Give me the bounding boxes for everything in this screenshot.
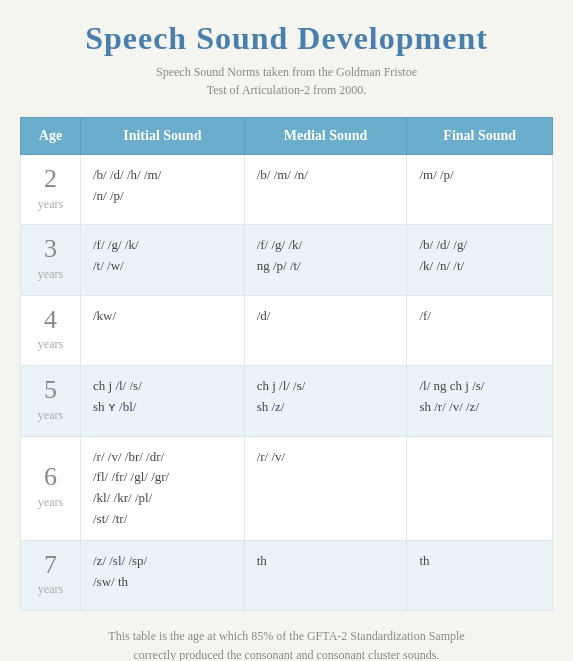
page-title: Speech Sound Development (20, 20, 553, 57)
age-number: 7 (33, 551, 68, 580)
table-row: 4years/kw//d//f/ (21, 295, 553, 365)
age-number: 4 (33, 306, 68, 335)
medial-sound-cell: th (244, 540, 407, 610)
final-sound-cell (407, 436, 553, 540)
final-sound-cell: /m/ /p/ (407, 155, 553, 225)
final-sound-cell: th (407, 540, 553, 610)
age-years-label: years (38, 197, 63, 211)
table-row: 2years/b/ /d/ /h/ /m/ /n/ /p//b/ /m/ /n/… (21, 155, 553, 225)
table-row: 5yearsch j /l/ /s/ sh ʏ /bl/ch j /l/ /s/… (21, 366, 553, 436)
subtitle-line2: Test of Articulation-2 from 2000. (207, 83, 366, 97)
col-header-final: Final Sound (407, 118, 553, 155)
table-row: 7years/z/ /sl/ /sp/ /sw/ ththth (21, 540, 553, 610)
age-number: 2 (33, 165, 68, 194)
medial-sound-cell: /d/ (244, 295, 407, 365)
final-sound-cell: /b/ /d/ /g/ /k/ /n/ /t/ (407, 225, 553, 295)
age-cell: 3years (21, 225, 81, 295)
age-years-label: years (38, 495, 63, 509)
initial-sound-cell: /b/ /d/ /h/ /m/ /n/ /p/ (81, 155, 245, 225)
age-years-label: years (38, 582, 63, 596)
age-cell: 5years (21, 366, 81, 436)
medial-sound-cell: /b/ /m/ /n/ (244, 155, 407, 225)
footer-line2: correctly produced the consonant and con… (134, 648, 440, 661)
age-years-label: years (38, 408, 63, 422)
age-years-label: years (38, 267, 63, 281)
footer-line1: This table is the age at which 85% of th… (108, 629, 464, 643)
col-header-age: Age (21, 118, 81, 155)
subtitle-line1: Speech Sound Norms taken from the Goldma… (156, 65, 417, 79)
subtitle: Speech Sound Norms taken from the Goldma… (20, 63, 553, 99)
age-number: 3 (33, 235, 68, 264)
medial-sound-cell: /f/ /g/ /k/ ng /p/ /t/ (244, 225, 407, 295)
footer-note: This table is the age at which 85% of th… (20, 627, 553, 661)
col-header-medial: Medial Sound (244, 118, 407, 155)
initial-sound-cell: /f/ /g/ /k/ /t/ /w/ (81, 225, 245, 295)
age-years-label: years (38, 337, 63, 351)
initial-sound-cell: /z/ /sl/ /sp/ /sw/ th (81, 540, 245, 610)
initial-sound-cell: /r/ /v/ /br/ /dr/ /fl/ /fr/ /gl/ /gr/ /k… (81, 436, 245, 540)
final-sound-cell: /l/ ng ch j /s/ sh /r/ /v/ /z/ (407, 366, 553, 436)
age-number: 6 (33, 463, 68, 492)
age-cell: 2years (21, 155, 81, 225)
final-sound-cell: /f/ (407, 295, 553, 365)
medial-sound-cell: ch j /l/ /s/ sh /z/ (244, 366, 407, 436)
age-cell: 7years (21, 540, 81, 610)
page: Speech Sound Development Speech Sound No… (0, 0, 573, 661)
age-cell: 4years (21, 295, 81, 365)
age-number: 5 (33, 376, 68, 405)
initial-sound-cell: ch j /l/ /s/ sh ʏ /bl/ (81, 366, 245, 436)
table-header-row: Age Initial Sound Medial Sound Final Sou… (21, 118, 553, 155)
table-row: 3years/f/ /g/ /k/ /t/ /w//f/ /g/ /k/ ng … (21, 225, 553, 295)
speech-sound-table: Age Initial Sound Medial Sound Final Sou… (20, 117, 553, 611)
medial-sound-cell: /r/ /v/ (244, 436, 407, 540)
age-cell: 6years (21, 436, 81, 540)
initial-sound-cell: /kw/ (81, 295, 245, 365)
col-header-initial: Initial Sound (81, 118, 245, 155)
table-row: 6years/r/ /v/ /br/ /dr/ /fl/ /fr/ /gl/ /… (21, 436, 553, 540)
